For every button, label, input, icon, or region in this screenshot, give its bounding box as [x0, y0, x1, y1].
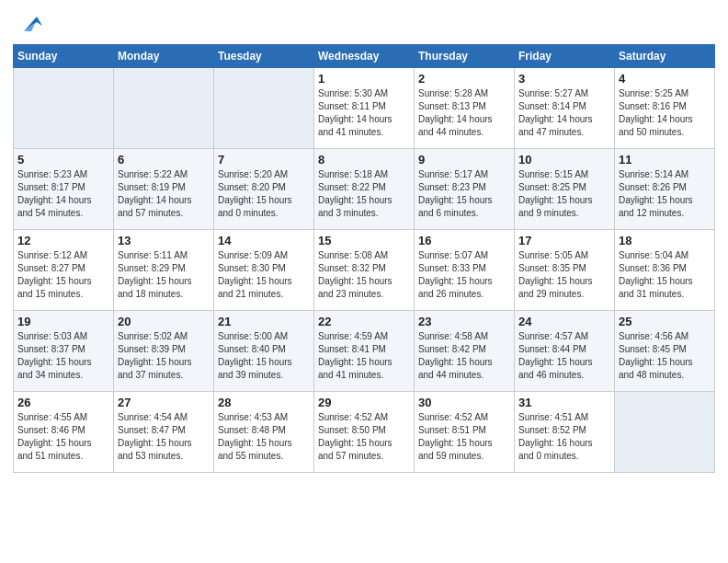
- calendar-cell: 8Sunrise: 5:18 AM Sunset: 8:22 PM Daylig…: [314, 149, 415, 230]
- weekday-header-friday: Friday: [515, 45, 615, 68]
- day-detail: Sunrise: 4:56 AM Sunset: 8:45 PM Dayligh…: [619, 330, 711, 382]
- logo: [13, 9, 44, 37]
- calendar-cell: 20Sunrise: 5:02 AM Sunset: 8:39 PM Dayli…: [114, 311, 214, 392]
- day-number: 8: [318, 153, 410, 167]
- calendar-cell: 18Sunrise: 5:04 AM Sunset: 8:36 PM Dayli…: [615, 230, 715, 311]
- day-number: 3: [518, 72, 610, 86]
- weekday-header-sunday: Sunday: [14, 45, 114, 68]
- day-number: 30: [418, 396, 510, 409]
- day-number: 18: [619, 234, 711, 247]
- day-detail: Sunrise: 5:05 AM Sunset: 8:35 PM Dayligh…: [518, 249, 610, 301]
- day-detail: Sunrise: 5:30 AM Sunset: 8:11 PM Dayligh…: [318, 87, 410, 139]
- day-number: 13: [118, 234, 210, 247]
- calendar-cell: 15Sunrise: 5:08 AM Sunset: 8:32 PM Dayli…: [314, 230, 415, 311]
- svg-marker-0: [24, 17, 42, 31]
- header: [13, 9, 715, 37]
- calendar-cell: [615, 392, 715, 473]
- calendar-cell: [214, 68, 314, 149]
- day-number: 9: [418, 153, 510, 167]
- calendar-cell: 13Sunrise: 5:11 AM Sunset: 8:29 PM Dayli…: [114, 230, 214, 311]
- day-number: 11: [619, 153, 711, 167]
- day-number: 4: [619, 72, 711, 86]
- calendar-week-row: 12Sunrise: 5:12 AM Sunset: 8:27 PM Dayli…: [14, 230, 715, 311]
- weekday-header-thursday: Thursday: [415, 45, 515, 68]
- calendar-table: SundayMondayTuesdayWednesdayThursdayFrid…: [13, 44, 715, 473]
- day-number: 17: [518, 234, 610, 247]
- day-detail: Sunrise: 5:25 AM Sunset: 8:16 PM Dayligh…: [619, 87, 711, 139]
- day-number: 20: [118, 315, 210, 328]
- day-number: 19: [17, 315, 109, 328]
- calendar-cell: [14, 68, 114, 149]
- calendar-cell: 21Sunrise: 5:00 AM Sunset: 8:40 PM Dayli…: [214, 311, 314, 392]
- day-detail: Sunrise: 5:04 AM Sunset: 8:36 PM Dayligh…: [619, 249, 711, 301]
- day-detail: Sunrise: 5:17 AM Sunset: 8:23 PM Dayligh…: [418, 168, 510, 220]
- logo-icon: [17, 9, 44, 37]
- calendar-cell: 11Sunrise: 5:14 AM Sunset: 8:26 PM Dayli…: [615, 149, 715, 230]
- day-detail: Sunrise: 4:59 AM Sunset: 8:41 PM Dayligh…: [318, 330, 410, 382]
- day-detail: Sunrise: 5:27 AM Sunset: 8:14 PM Dayligh…: [518, 87, 610, 139]
- day-detail: Sunrise: 5:08 AM Sunset: 8:32 PM Dayligh…: [318, 249, 410, 301]
- day-number: 23: [418, 315, 510, 328]
- day-detail: Sunrise: 4:53 AM Sunset: 8:48 PM Dayligh…: [218, 411, 310, 463]
- calendar-cell: 2Sunrise: 5:28 AM Sunset: 8:13 PM Daylig…: [415, 68, 515, 149]
- day-detail: Sunrise: 5:28 AM Sunset: 8:13 PM Dayligh…: [418, 87, 510, 139]
- day-detail: Sunrise: 5:20 AM Sunset: 8:20 PM Dayligh…: [218, 168, 310, 220]
- calendar-cell: 22Sunrise: 4:59 AM Sunset: 8:41 PM Dayli…: [314, 311, 415, 392]
- day-number: 15: [318, 234, 410, 247]
- calendar-cell: 12Sunrise: 5:12 AM Sunset: 8:27 PM Dayli…: [14, 230, 114, 311]
- day-detail: Sunrise: 5:09 AM Sunset: 8:30 PM Dayligh…: [218, 249, 310, 301]
- day-detail: Sunrise: 5:14 AM Sunset: 8:26 PM Dayligh…: [619, 168, 711, 220]
- calendar-cell: 6Sunrise: 5:22 AM Sunset: 8:19 PM Daylig…: [114, 149, 214, 230]
- calendar-cell: 19Sunrise: 5:03 AM Sunset: 8:37 PM Dayli…: [14, 311, 114, 392]
- day-number: 25: [619, 315, 711, 328]
- day-number: 24: [518, 315, 610, 328]
- calendar-cell: 14Sunrise: 5:09 AM Sunset: 8:30 PM Dayli…: [214, 230, 314, 311]
- day-detail: Sunrise: 5:18 AM Sunset: 8:22 PM Dayligh…: [318, 168, 410, 220]
- day-number: 29: [318, 396, 410, 409]
- calendar-cell: 4Sunrise: 5:25 AM Sunset: 8:16 PM Daylig…: [615, 68, 715, 149]
- day-detail: Sunrise: 5:12 AM Sunset: 8:27 PM Dayligh…: [17, 249, 109, 301]
- calendar-week-row: 1Sunrise: 5:30 AM Sunset: 8:11 PM Daylig…: [14, 68, 715, 149]
- calendar-cell: 26Sunrise: 4:55 AM Sunset: 8:46 PM Dayli…: [14, 392, 114, 473]
- day-detail: Sunrise: 4:58 AM Sunset: 8:42 PM Dayligh…: [418, 330, 510, 382]
- calendar-week-row: 26Sunrise: 4:55 AM Sunset: 8:46 PM Dayli…: [14, 392, 715, 473]
- calendar-cell: 1Sunrise: 5:30 AM Sunset: 8:11 PM Daylig…: [314, 68, 415, 149]
- day-number: 6: [118, 153, 210, 167]
- calendar-cell: 31Sunrise: 4:51 AM Sunset: 8:52 PM Dayli…: [515, 392, 615, 473]
- weekday-header-saturday: Saturday: [615, 45, 715, 68]
- calendar-cell: 27Sunrise: 4:54 AM Sunset: 8:47 PM Dayli…: [114, 392, 214, 473]
- day-number: 7: [218, 153, 310, 167]
- day-detail: Sunrise: 5:23 AM Sunset: 8:17 PM Dayligh…: [17, 168, 109, 220]
- calendar-cell: 10Sunrise: 5:15 AM Sunset: 8:25 PM Dayli…: [515, 149, 615, 230]
- day-detail: Sunrise: 5:07 AM Sunset: 8:33 PM Dayligh…: [418, 249, 510, 301]
- calendar-cell: 7Sunrise: 5:20 AM Sunset: 8:20 PM Daylig…: [214, 149, 314, 230]
- calendar-cell: 23Sunrise: 4:58 AM Sunset: 8:42 PM Dayli…: [415, 311, 515, 392]
- day-number: 2: [418, 72, 510, 86]
- day-detail: Sunrise: 5:15 AM Sunset: 8:25 PM Dayligh…: [518, 168, 610, 220]
- day-number: 21: [218, 315, 310, 328]
- weekday-header-row: SundayMondayTuesdayWednesdayThursdayFrid…: [14, 45, 715, 68]
- day-number: 5: [17, 153, 109, 167]
- calendar-week-row: 19Sunrise: 5:03 AM Sunset: 8:37 PM Dayli…: [14, 311, 715, 392]
- day-number: 27: [118, 396, 210, 409]
- day-number: 22: [318, 315, 410, 328]
- day-detail: Sunrise: 4:52 AM Sunset: 8:51 PM Dayligh…: [418, 411, 510, 463]
- calendar-cell: 28Sunrise: 4:53 AM Sunset: 8:48 PM Dayli…: [214, 392, 314, 473]
- day-number: 12: [17, 234, 109, 247]
- day-detail: Sunrise: 4:54 AM Sunset: 8:47 PM Dayligh…: [118, 411, 210, 463]
- day-detail: Sunrise: 5:03 AM Sunset: 8:37 PM Dayligh…: [17, 330, 109, 382]
- day-number: 16: [418, 234, 510, 247]
- calendar-week-row: 5Sunrise: 5:23 AM Sunset: 8:17 PM Daylig…: [14, 149, 715, 230]
- calendar-cell: 29Sunrise: 4:52 AM Sunset: 8:50 PM Dayli…: [314, 392, 415, 473]
- calendar-cell: [114, 68, 214, 149]
- day-detail: Sunrise: 5:00 AM Sunset: 8:40 PM Dayligh…: [218, 330, 310, 382]
- weekday-header-wednesday: Wednesday: [314, 45, 415, 68]
- day-detail: Sunrise: 5:11 AM Sunset: 8:29 PM Dayligh…: [118, 249, 210, 301]
- day-detail: Sunrise: 5:22 AM Sunset: 8:19 PM Dayligh…: [118, 168, 210, 220]
- day-number: 28: [218, 396, 310, 409]
- calendar-cell: 30Sunrise: 4:52 AM Sunset: 8:51 PM Dayli…: [415, 392, 515, 473]
- weekday-header-tuesday: Tuesday: [214, 45, 314, 68]
- day-detail: Sunrise: 4:52 AM Sunset: 8:50 PM Dayligh…: [318, 411, 410, 463]
- day-number: 1: [318, 72, 410, 86]
- day-detail: Sunrise: 4:51 AM Sunset: 8:52 PM Dayligh…: [518, 411, 610, 463]
